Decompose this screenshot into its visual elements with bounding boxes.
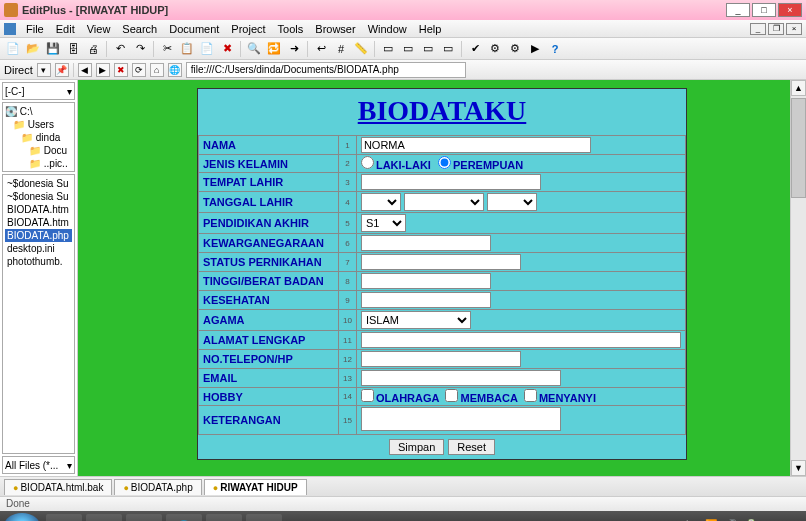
close-button[interactable]: × — [778, 3, 802, 17]
start-button[interactable] — [4, 513, 40, 521]
list-item[interactable]: photothumb. — [5, 255, 72, 268]
tool-1-icon[interactable]: ⚙ — [486, 40, 504, 58]
vertical-scrollbar[interactable]: ▲ ▼ — [790, 80, 806, 476]
refresh-icon[interactable]: ⟳ — [132, 63, 146, 77]
file-list[interactable]: ~$donesia Su ~$donesia Su BIODATA.htm BI… — [2, 174, 75, 454]
ket-textarea[interactable] — [361, 407, 561, 431]
help-icon[interactable]: ? — [546, 40, 564, 58]
tgl-year-select[interactable] — [487, 193, 537, 211]
tb-input[interactable] — [361, 273, 491, 289]
list-item[interactable]: BIODATA.htm — [5, 216, 72, 229]
list-item[interactable]: desktop.ini — [5, 242, 72, 255]
nama-input[interactable] — [361, 137, 591, 153]
undo-icon[interactable]: ↶ — [111, 40, 129, 58]
browser-2-icon[interactable]: ▭ — [399, 40, 417, 58]
menu-tools[interactable]: Tools — [272, 21, 310, 37]
scroll-up-icon[interactable]: ▲ — [791, 80, 806, 96]
address-input[interactable]: file:///C:/Users/dinda/Documents/BIODATA… — [186, 62, 466, 78]
tab-biodata-bak[interactable]: ●BIODATA.html.bak — [4, 479, 112, 495]
browser-4-icon[interactable]: ▭ — [439, 40, 457, 58]
delete-icon[interactable]: ✖ — [218, 40, 236, 58]
scroll-down-icon[interactable]: ▼ — [791, 460, 806, 476]
tab-riwayat-hidup[interactable]: ●RIWAYAT HIDUP — [204, 479, 307, 495]
list-item[interactable]: ~$donesia Su — [5, 177, 72, 190]
status-input[interactable] — [361, 254, 521, 270]
radio-perempuan[interactable] — [438, 156, 451, 169]
tab-biodata-php[interactable]: ●BIODATA.php — [114, 479, 201, 495]
tool-2-icon[interactable]: ⚙ — [506, 40, 524, 58]
goto-icon[interactable]: ➜ — [285, 40, 303, 58]
minimize-button[interactable]: _ — [726, 3, 750, 17]
cut-icon[interactable]: ✂ — [158, 40, 176, 58]
print-icon[interactable]: 🖨 — [84, 40, 102, 58]
menu-file[interactable]: File — [20, 21, 50, 37]
menu-edit[interactable]: Edit — [50, 21, 81, 37]
find-icon[interactable]: 🔍 — [245, 40, 263, 58]
menu-browser[interactable]: Browser — [309, 21, 361, 37]
email-input[interactable] — [361, 370, 561, 386]
maximize-button[interactable]: □ — [752, 3, 776, 17]
wordwrap-icon[interactable]: ↩ — [312, 40, 330, 58]
tgl-day-select[interactable] — [361, 193, 401, 211]
hobby-olahraga-checkbox[interactable] — [361, 389, 374, 402]
radio-laki[interactable] — [361, 156, 374, 169]
mdi-minimize-button[interactable]: _ — [750, 23, 766, 35]
mdi-restore-button[interactable]: ❐ — [768, 23, 784, 35]
menu-window[interactable]: Window — [362, 21, 413, 37]
list-item-selected[interactable]: BIODATA.php — [5, 229, 72, 242]
stop-icon[interactable]: ✖ — [114, 63, 128, 77]
menu-help[interactable]: Help — [413, 21, 448, 37]
taskbar-app-5[interactable]: E — [206, 514, 242, 521]
back-icon[interactable]: ◀ — [78, 63, 92, 77]
directory-tree[interactable]: 💽 C:\ 📁 Users 📁 dinda 📁 Docu 📁 ..pic.. 📁… — [2, 102, 75, 172]
new-file-icon[interactable]: 📄 — [4, 40, 22, 58]
alamat-input[interactable] — [361, 332, 681, 348]
mdi-close-button[interactable]: × — [786, 23, 802, 35]
ruler-icon[interactable]: 📏 — [352, 40, 370, 58]
hobby-membaca-checkbox[interactable] — [445, 389, 458, 402]
pend-select[interactable]: S1 — [361, 214, 406, 232]
scroll-thumb[interactable] — [791, 98, 806, 198]
open-file-icon[interactable]: 📂 — [24, 40, 42, 58]
browser-1-icon[interactable]: ▭ — [379, 40, 397, 58]
taskbar-app-2[interactable]: 📁 — [86, 514, 122, 521]
tgl-month-select[interactable] — [404, 193, 484, 211]
forward-icon[interactable]: ▶ — [96, 63, 110, 77]
telp-input[interactable] — [361, 351, 521, 367]
linenum-icon[interactable]: # — [332, 40, 350, 58]
taskbar-app-3[interactable]: 🦊 — [126, 514, 162, 521]
taskbar-app-1[interactable]: e — [46, 514, 82, 521]
replace-icon[interactable]: 🔁 — [265, 40, 283, 58]
list-item[interactable]: ~$donesia Su — [5, 190, 72, 203]
file-filter[interactable]: All Files (*... ▾ — [2, 456, 75, 474]
pin-icon[interactable]: 📌 — [55, 63, 69, 77]
reset-button[interactable]: Reset — [448, 439, 495, 455]
hobby-menyanyi-checkbox[interactable] — [524, 389, 537, 402]
agama-select[interactable]: ISLAM — [361, 311, 471, 329]
save-icon[interactable]: 💾 — [44, 40, 62, 58]
kwn-input[interactable] — [361, 235, 491, 251]
menu-project[interactable]: Project — [225, 21, 271, 37]
simpan-button[interactable]: Simpan — [389, 439, 444, 455]
taskbar-app-4[interactable]: 🌐 — [166, 514, 202, 521]
taskbar-app-6[interactable]: ◧ — [246, 514, 282, 521]
globe-icon[interactable]: 🌐 — [168, 63, 182, 77]
spellcheck-icon[interactable]: ✔ — [466, 40, 484, 58]
mdi-doc-icon[interactable] — [4, 23, 16, 35]
home-icon[interactable]: ⌂ — [150, 63, 164, 77]
drive-selector[interactable]: [-C-] ▾ — [2, 82, 75, 100]
kes-input[interactable] — [361, 292, 491, 308]
tempat-input[interactable] — [361, 174, 541, 190]
save-all-icon[interactable]: 🗄 — [64, 40, 82, 58]
copy-icon[interactable]: 📋 — [178, 40, 196, 58]
menu-document[interactable]: Document — [163, 21, 225, 37]
list-item[interactable]: BIODATA.htm — [5, 203, 72, 216]
menu-search[interactable]: Search — [116, 21, 163, 37]
tree-node: 📁 dinda — [5, 131, 72, 144]
dropdown-icon[interactable]: ▾ — [37, 63, 51, 77]
paste-icon[interactable]: 📄 — [198, 40, 216, 58]
browser-3-icon[interactable]: ▭ — [419, 40, 437, 58]
tool-3-icon[interactable]: ▶ — [526, 40, 544, 58]
menu-view[interactable]: View — [81, 21, 117, 37]
redo-icon[interactable]: ↷ — [131, 40, 149, 58]
